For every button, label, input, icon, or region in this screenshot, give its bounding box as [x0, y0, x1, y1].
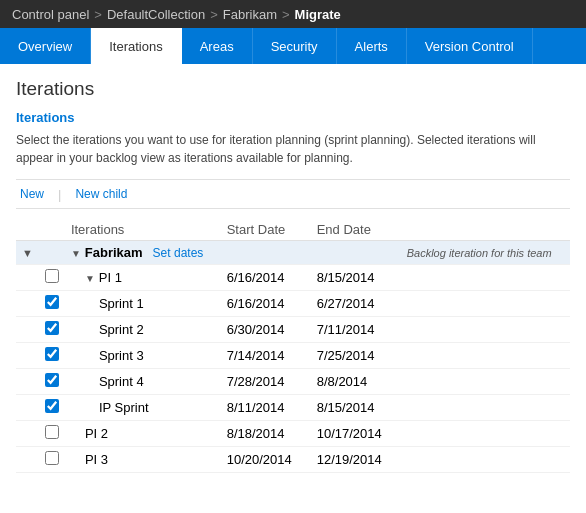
- tab-areas[interactable]: Areas: [182, 28, 253, 64]
- checkbox-cell: [39, 421, 65, 447]
- iteration-checkbox[interactable]: [45, 321, 59, 335]
- checkbox-cell: [39, 265, 65, 291]
- backlog-tag-cell: [401, 265, 570, 291]
- end-date-cell: 8/15/2014: [311, 265, 401, 291]
- table-row: IP Sprint8/11/20148/15/2014: [16, 395, 570, 421]
- start-date-cell: 6/30/2014: [221, 317, 311, 343]
- col-start-date: Start Date: [221, 219, 311, 241]
- iteration-checkbox[interactable]: [45, 295, 59, 309]
- breadcrumb-control-panel[interactable]: Control panel: [12, 7, 89, 22]
- tabbar: Overview Iterations Areas Security Alert…: [0, 28, 586, 64]
- breadcrumb-default-collection[interactable]: DefaultCollection: [107, 7, 205, 22]
- iteration-name-cell: PI 3: [65, 447, 221, 473]
- start-date-cell: [221, 241, 311, 265]
- iteration-name: IP Sprint: [99, 400, 149, 415]
- expand-arrow-icon[interactable]: ▼: [85, 273, 95, 284]
- checkbox-cell: [39, 395, 65, 421]
- end-date-cell: 12/19/2014: [311, 447, 401, 473]
- drop-arrow-cell: [16, 395, 39, 421]
- table-row: Sprint 47/28/20148/8/2014: [16, 369, 570, 395]
- start-date-cell: 7/28/2014: [221, 369, 311, 395]
- table-row: ▼PI 16/16/20148/15/2014: [16, 265, 570, 291]
- backlog-tag-cell: [401, 317, 570, 343]
- iteration-name: Fabrikam: [85, 245, 143, 260]
- tab-version-control[interactable]: Version Control: [407, 28, 533, 64]
- iteration-checkbox[interactable]: [45, 347, 59, 361]
- backlog-tag-cell: [401, 343, 570, 369]
- backlog-tag-cell: [401, 447, 570, 473]
- col-checkbox: [39, 219, 65, 241]
- breadcrumb-sep3: >: [282, 7, 290, 22]
- table-row: Sprint 26/30/20147/11/2014: [16, 317, 570, 343]
- iteration-name-cell: PI 2: [65, 421, 221, 447]
- drop-arrow-icon[interactable]: ▼: [22, 247, 33, 259]
- expand-arrow-icon[interactable]: ▼: [71, 248, 81, 259]
- breadcrumb-fabrikam[interactable]: Fabrikam: [223, 7, 277, 22]
- iteration-name: Sprint 2: [99, 322, 144, 337]
- iteration-name: PI 3: [85, 452, 108, 467]
- table-row: PI 310/20/201412/19/2014: [16, 447, 570, 473]
- iteration-name-cell: Sprint 1: [65, 291, 221, 317]
- main-content: Iterations Iterations Select the iterati…: [0, 64, 586, 483]
- backlog-tag-cell: [401, 369, 570, 395]
- breadcrumb: Control panel > DefaultCollection > Fabr…: [0, 0, 586, 28]
- backlog-tag-cell: [401, 421, 570, 447]
- page-title: Iterations: [16, 78, 570, 100]
- drop-arrow-cell: [16, 265, 39, 291]
- tab-overview[interactable]: Overview: [0, 28, 91, 64]
- end-date-cell: 10/17/2014: [311, 421, 401, 447]
- toolbar: New | New child: [16, 179, 570, 209]
- new-child-button[interactable]: New child: [71, 185, 131, 203]
- iteration-checkbox[interactable]: [45, 269, 59, 283]
- drop-arrow-cell: [16, 421, 39, 447]
- end-date-cell: 6/27/2014: [311, 291, 401, 317]
- iteration-name: Sprint 1: [99, 296, 144, 311]
- end-date-cell: 7/11/2014: [311, 317, 401, 343]
- iteration-name-cell: ▼PI 1: [65, 265, 221, 291]
- start-date-cell: 8/18/2014: [221, 421, 311, 447]
- end-date-cell: 8/8/2014: [311, 369, 401, 395]
- drop-arrow-cell: [16, 369, 39, 395]
- drop-arrow-cell: [16, 343, 39, 369]
- col-tag: [401, 219, 570, 241]
- checkbox-cell: [39, 369, 65, 395]
- breadcrumb-sep2: >: [210, 7, 218, 22]
- iteration-name-cell: Sprint 3: [65, 343, 221, 369]
- iteration-checkbox[interactable]: [45, 399, 59, 413]
- iteration-name-cell: Sprint 2: [65, 317, 221, 343]
- iteration-name: Sprint 4: [99, 374, 144, 389]
- tab-iterations[interactable]: Iterations: [91, 28, 181, 64]
- iteration-name: Sprint 3: [99, 348, 144, 363]
- tab-alerts[interactable]: Alerts: [337, 28, 407, 64]
- iteration-name-cell: ▼FabrikamSet dates: [65, 241, 221, 265]
- breadcrumb-current: Migrate: [295, 7, 341, 22]
- checkbox-cell: [39, 317, 65, 343]
- new-button[interactable]: New: [16, 185, 48, 203]
- start-date-cell: 8/11/2014: [221, 395, 311, 421]
- backlog-tag-cell: [401, 395, 570, 421]
- drop-arrow-cell: [16, 317, 39, 343]
- iteration-checkbox[interactable]: [45, 373, 59, 387]
- checkbox-cell: [39, 241, 65, 265]
- tab-security[interactable]: Security: [253, 28, 337, 64]
- iteration-name-cell: Sprint 4: [65, 369, 221, 395]
- col-end-date: End Date: [311, 219, 401, 241]
- table-row: PI 28/18/201410/17/2014: [16, 421, 570, 447]
- iteration-checkbox[interactable]: [45, 451, 59, 465]
- table-row: ▼▼FabrikamSet datesBacklog iteration for…: [16, 241, 570, 265]
- description: Select the iterations you want to use fo…: [16, 131, 570, 167]
- section-title: Iterations: [16, 110, 570, 125]
- col-iterations: Iterations: [65, 219, 221, 241]
- iteration-name: PI 1: [99, 270, 122, 285]
- iteration-checkbox[interactable]: [45, 425, 59, 439]
- drop-arrow-cell: [16, 447, 39, 473]
- checkbox-cell: [39, 291, 65, 317]
- col-drop: [16, 219, 39, 241]
- checkbox-cell: [39, 343, 65, 369]
- iteration-name: PI 2: [85, 426, 108, 441]
- start-date-cell: 6/16/2014: [221, 291, 311, 317]
- checkbox-cell: [39, 447, 65, 473]
- backlog-tag-cell: Backlog iteration for this team: [401, 241, 570, 265]
- iterations-table: Iterations Start Date End Date ▼▼Fabrika…: [16, 219, 570, 473]
- set-dates-link[interactable]: Set dates: [153, 246, 204, 260]
